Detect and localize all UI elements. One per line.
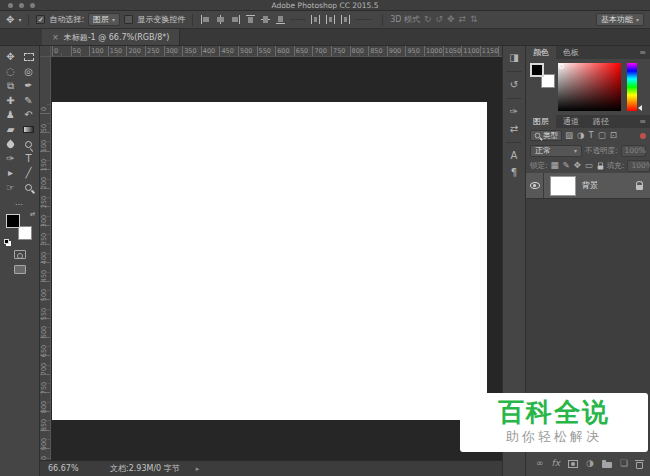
- rectangular-marquee-tool[interactable]: [20, 50, 38, 64]
- filter-toggle[interactable]: [640, 133, 646, 139]
- lock-transparent-pixels-icon[interactable]: ▦: [551, 161, 559, 170]
- background-color-swatch[interactable]: [18, 226, 32, 240]
- move-tool[interactable]: ✥: [2, 50, 20, 64]
- link-layers-icon[interactable]: ∞: [536, 459, 544, 468]
- zoom-tool[interactable]: [20, 181, 38, 195]
- zoom-level-field[interactable]: 66.67%: [48, 464, 82, 473]
- status-menu-arrow-icon[interactable]: ▸: [196, 465, 200, 473]
- auto-select-target-dropdown[interactable]: 图层 ▾: [88, 13, 120, 26]
- 3d-drag-icon[interactable]: ✥: [447, 15, 455, 24]
- panel-menu-icon[interactable]: ≡: [639, 46, 650, 59]
- filter-shape-layers-icon[interactable]: ▢: [598, 131, 606, 140]
- toolbar-color-swatches[interactable]: ⇄: [6, 214, 33, 241]
- saturation-brightness-map[interactable]: [558, 63, 621, 111]
- 3d-rotate-icon[interactable]: ↻: [424, 15, 432, 24]
- document-canvas[interactable]: [52, 102, 487, 420]
- 3d-scale-icon[interactable]: ⇅: [470, 15, 478, 24]
- align-vertical-centers-icon[interactable]: [260, 14, 271, 25]
- layer-row-background[interactable]: 背景: [526, 173, 650, 199]
- opacity-value-field[interactable]: 100%: [621, 145, 646, 157]
- fill-value-field[interactable]: 100%: [627, 160, 650, 172]
- adjustments-panel-icon[interactable]: ◨: [509, 53, 518, 63]
- blend-mode-dropdown[interactable]: 正常 ▾: [530, 145, 582, 157]
- filter-pixel-layers-icon[interactable]: ▨: [565, 131, 573, 140]
- filter-adjustment-layers-icon[interactable]: ◑: [577, 131, 584, 140]
- visibility-eye-icon[interactable]: [530, 182, 540, 189]
- layer-thumbnail[interactable]: [550, 176, 576, 196]
- horizontal-ruler[interactable]: 0501001502002503003504004505005506006507…: [51, 46, 502, 57]
- hand-tool[interactable]: ☞: [2, 181, 20, 195]
- distribute-right-edges-icon[interactable]: [340, 14, 351, 25]
- eraser-tool[interactable]: ▰: [2, 123, 20, 137]
- workspace-dropdown[interactable]: 基本功能 ▾: [596, 13, 644, 26]
- vertical-ruler[interactable]: 0501001502002503003504004505005506006507…: [40, 57, 51, 460]
- swap-colors-icon[interactable]: ⇄: [30, 210, 35, 217]
- lock-position-icon[interactable]: ✥: [574, 161, 581, 170]
- foreground-color-swatch[interactable]: [530, 63, 544, 77]
- hue-slider[interactable]: [627, 63, 637, 111]
- filter-smart-objects-icon[interactable]: ⊡: [610, 131, 617, 140]
- distribute-horizontal-centers-icon[interactable]: [325, 14, 336, 25]
- adjustment-layer-icon[interactable]: ◑: [586, 459, 594, 468]
- layer-style-icon[interactable]: fx: [552, 459, 561, 468]
- type-tool[interactable]: T: [20, 152, 38, 166]
- line-tool[interactable]: ╱: [20, 166, 38, 180]
- document-tab[interactable]: × 未标题-1 @ 66.7%(RGB/8*): [42, 29, 180, 45]
- filter-type-layers-icon[interactable]: T: [588, 131, 593, 140]
- auto-select-checkbox[interactable]: [36, 15, 45, 24]
- panel-menu-icon[interactable]: ≡: [639, 115, 650, 128]
- default-colors-icon[interactable]: [4, 239, 9, 244]
- paragraph-panel-icon[interactable]: ¶: [511, 168, 517, 178]
- tab-layers[interactable]: 图层: [526, 115, 556, 128]
- color-panel-swatches[interactable]: [530, 63, 556, 89]
- edit-toolbar-button[interactable]: …: [0, 198, 39, 207]
- pen-tool[interactable]: ✑: [2, 152, 20, 166]
- tab-channels[interactable]: 通道: [556, 115, 586, 128]
- distribute-left-edges-icon[interactable]: [310, 14, 321, 25]
- tab-color[interactable]: 颜色: [526, 46, 556, 59]
- align-right-edges-icon[interactable]: [230, 14, 241, 25]
- quick-selection-tool[interactable]: ◎: [20, 65, 38, 79]
- path-selection-tool[interactable]: ▸: [2, 166, 20, 180]
- history-brush-tool[interactable]: ↶: [20, 108, 38, 122]
- tab-paths[interactable]: 路径: [586, 115, 616, 128]
- lock-image-pixels-icon[interactable]: ✎: [563, 161, 570, 170]
- clone-stamp-tool[interactable]: ♟: [2, 108, 20, 122]
- spot-healing-brush-tool[interactable]: ✚: [2, 94, 20, 108]
- crop-tool[interactable]: ⧉: [2, 79, 20, 93]
- lock-artboard-icon[interactable]: ▭: [585, 161, 593, 170]
- delete-layer-icon[interactable]: [636, 462, 643, 469]
- dodge-tool[interactable]: [20, 137, 38, 151]
- new-group-icon[interactable]: [602, 462, 612, 468]
- brush-tool[interactable]: ✎: [20, 94, 38, 108]
- lock-all-icon[interactable]: [598, 166, 604, 170]
- add-layer-mask-icon[interactable]: [568, 460, 578, 468]
- screen-mode-button[interactable]: [14, 265, 26, 274]
- pasteboard[interactable]: [51, 57, 502, 460]
- 3d-slide-icon[interactable]: ⇄: [459, 15, 467, 24]
- align-bottom-edges-icon[interactable]: [275, 14, 286, 25]
- lasso-tool[interactable]: ◌: [2, 65, 20, 79]
- brush-settings-panel-icon[interactable]: ✑: [510, 107, 518, 117]
- eyedropper-tool[interactable]: ✒: [20, 79, 38, 93]
- character-panel-icon[interactable]: A: [511, 151, 518, 161]
- gradient-tool[interactable]: [20, 123, 38, 137]
- show-transform-checkbox[interactable]: [124, 15, 133, 24]
- 3d-roll-icon[interactable]: ↺: [435, 15, 443, 24]
- color-picker-ring[interactable]: [559, 64, 564, 69]
- ruler-origin-corner[interactable]: [40, 46, 51, 57]
- quick-mask-button[interactable]: [14, 250, 26, 259]
- clone-source-panel-icon[interactable]: ⇄: [510, 124, 518, 134]
- hue-slider-arrow[interactable]: [638, 105, 642, 111]
- align-top-edges-icon[interactable]: [245, 14, 256, 25]
- history-panel-icon[interactable]: ↺: [510, 80, 518, 90]
- tool-preset-caret-icon[interactable]: ▾: [18, 17, 21, 23]
- align-left-edges-icon[interactable]: [200, 14, 211, 25]
- tab-close-icon[interactable]: ×: [52, 33, 59, 42]
- blur-tool[interactable]: [2, 137, 20, 151]
- new-layer-icon[interactable]: ❏: [620, 459, 628, 468]
- foreground-color-swatch[interactable]: [6, 214, 20, 228]
- filter-kind-dropdown[interactable]: 类型: [530, 130, 562, 141]
- align-horizontal-centers-icon[interactable]: [215, 14, 226, 25]
- tab-swatches[interactable]: 色板: [556, 46, 586, 59]
